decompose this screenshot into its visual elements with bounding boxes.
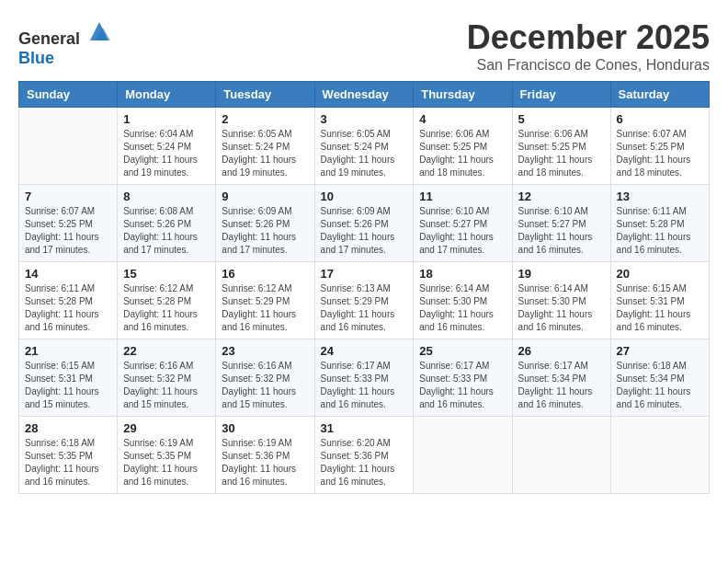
day-number: 2	[222, 112, 308, 126]
day-info: Sunrise: 6:10 AMSunset: 5:27 PMDaylight:…	[518, 205, 605, 257]
day-info: Sunrise: 6:12 AMSunset: 5:28 PMDaylight:…	[123, 282, 210, 334]
logo-text: General Blue	[18, 18, 112, 68]
calendar-day-cell: 7 Sunrise: 6:07 AMSunset: 5:25 PMDayligh…	[19, 185, 118, 262]
day-info: Sunrise: 6:14 AMSunset: 5:30 PMDaylight:…	[419, 282, 506, 334]
weekday-header: Saturday	[610, 82, 709, 108]
calendar-day-cell: 27 Sunrise: 6:18 AMSunset: 5:34 PMDaylig…	[610, 339, 709, 417]
day-info: Sunrise: 6:16 AMSunset: 5:32 PMDaylight:…	[123, 360, 210, 411]
calendar-week-row: 28 Sunrise: 6:18 AMSunset: 5:35 PMDaylig…	[19, 417, 710, 494]
day-number: 24	[321, 344, 408, 358]
logo-general: General	[18, 29, 80, 48]
day-info: Sunrise: 6:09 AMSunset: 5:26 PMDaylight:…	[222, 205, 308, 257]
day-number: 18	[419, 267, 506, 281]
day-number: 25	[419, 344, 506, 358]
calendar-day-cell: 20 Sunrise: 6:15 AMSunset: 5:31 PMDaylig…	[610, 262, 709, 339]
day-info: Sunrise: 6:18 AMSunset: 5:34 PMDaylight:…	[617, 360, 703, 411]
day-number: 6	[617, 112, 703, 126]
day-number: 20	[617, 267, 703, 281]
day-number: 16	[222, 267, 308, 281]
calendar-day-cell: 13 Sunrise: 6:11 AMSunset: 5:28 PMDaylig…	[610, 185, 709, 262]
day-number: 29	[123, 421, 210, 435]
calendar-day-cell: 24 Sunrise: 6:17 AMSunset: 5:33 PMDaylig…	[314, 339, 414, 417]
calendar-day-cell: 9 Sunrise: 6:09 AMSunset: 5:26 PMDayligh…	[216, 185, 314, 262]
day-number: 5	[518, 112, 605, 126]
day-info: Sunrise: 6:05 AMSunset: 5:24 PMDaylight:…	[321, 128, 408, 179]
day-number: 4	[419, 112, 506, 126]
calendar-week-row: 21 Sunrise: 6:15 AMSunset: 5:31 PMDaylig…	[19, 339, 710, 417]
day-info: Sunrise: 6:17 AMSunset: 5:33 PMDaylight:…	[419, 360, 506, 411]
day-number: 1	[123, 112, 210, 126]
calendar-day-cell: 5 Sunrise: 6:06 AMSunset: 5:25 PMDayligh…	[512, 108, 610, 185]
calendar-day-cell: 14 Sunrise: 6:11 AMSunset: 5:28 PMDaylig…	[19, 262, 118, 339]
day-info: Sunrise: 6:05 AMSunset: 5:24 PMDaylight:…	[222, 128, 308, 179]
day-info: Sunrise: 6:11 AMSunset: 5:28 PMDaylight:…	[25, 282, 111, 334]
calendar-day-cell: 6 Sunrise: 6:07 AMSunset: 5:25 PMDayligh…	[610, 108, 709, 185]
calendar-day-cell: 18 Sunrise: 6:14 AMSunset: 5:30 PMDaylig…	[414, 262, 512, 339]
calendar-day-cell: 2 Sunrise: 6:05 AMSunset: 5:24 PMDayligh…	[216, 108, 314, 185]
day-number: 10	[321, 190, 408, 203]
day-info: Sunrise: 6:11 AMSunset: 5:28 PMDaylight:…	[617, 205, 703, 257]
weekday-header: Friday	[512, 82, 610, 108]
day-number: 30	[222, 421, 308, 435]
day-info: Sunrise: 6:15 AMSunset: 5:31 PMDaylight:…	[617, 282, 703, 334]
day-number: 11	[419, 190, 506, 203]
logo-icon	[86, 18, 112, 44]
calendar-day-cell: 11 Sunrise: 6:10 AMSunset: 5:27 PMDaylig…	[414, 185, 512, 262]
calendar-day-cell: 25 Sunrise: 6:17 AMSunset: 5:33 PMDaylig…	[414, 339, 512, 417]
day-number: 23	[222, 344, 308, 358]
day-number: 26	[518, 344, 605, 358]
day-info: Sunrise: 6:19 AMSunset: 5:35 PMDaylight:…	[123, 437, 210, 488]
calendar-day-cell: 12 Sunrise: 6:10 AMSunset: 5:27 PMDaylig…	[512, 185, 610, 262]
title-section: December 2025 San Francisco de Cones, Ho…	[467, 18, 710, 74]
day-info: Sunrise: 6:20 AMSunset: 5:36 PMDaylight:…	[321, 437, 408, 488]
weekday-header: Wednesday	[314, 82, 414, 108]
day-info: Sunrise: 6:16 AMSunset: 5:32 PMDaylight:…	[222, 360, 308, 411]
day-info: Sunrise: 6:07 AMSunset: 5:25 PMDaylight:…	[617, 128, 703, 179]
day-number: 21	[25, 344, 111, 358]
calendar-table: SundayMondayTuesdayWednesdayThursdayFrid…	[18, 81, 710, 494]
day-number: 27	[617, 344, 703, 358]
calendar-week-row: 7 Sunrise: 6:07 AMSunset: 5:25 PMDayligh…	[19, 185, 710, 262]
weekday-header: Sunday	[19, 82, 118, 108]
calendar-day-cell: 19 Sunrise: 6:14 AMSunset: 5:30 PMDaylig…	[512, 262, 610, 339]
calendar-header-row: SundayMondayTuesdayWednesdayThursdayFrid…	[19, 82, 710, 108]
day-number: 14	[25, 267, 111, 281]
calendar-day-cell: 10 Sunrise: 6:09 AMSunset: 5:26 PMDaylig…	[314, 185, 414, 262]
calendar-day-cell: 23 Sunrise: 6:16 AMSunset: 5:32 PMDaylig…	[216, 339, 314, 417]
calendar-day-cell	[19, 108, 118, 185]
weekday-header: Tuesday	[216, 82, 314, 108]
day-number: 3	[321, 112, 408, 126]
logo-blue: Blue	[18, 49, 54, 67]
calendar-day-cell: 22 Sunrise: 6:16 AMSunset: 5:32 PMDaylig…	[118, 339, 216, 417]
page-header: General Blue December 2025 San Francisco…	[18, 18, 710, 74]
day-number: 17	[321, 267, 408, 281]
day-number: 28	[25, 421, 111, 435]
calendar-day-cell: 28 Sunrise: 6:18 AMSunset: 5:35 PMDaylig…	[19, 417, 118, 494]
day-number: 12	[518, 190, 605, 203]
day-number: 22	[123, 344, 210, 358]
day-info: Sunrise: 6:09 AMSunset: 5:26 PMDaylight:…	[321, 205, 408, 257]
day-info: Sunrise: 6:12 AMSunset: 5:29 PMDaylight:…	[222, 282, 308, 334]
day-info: Sunrise: 6:10 AMSunset: 5:27 PMDaylight:…	[419, 205, 506, 257]
day-number: 8	[123, 190, 210, 203]
day-number: 9	[222, 190, 308, 203]
day-number: 13	[617, 190, 703, 203]
day-info: Sunrise: 6:14 AMSunset: 5:30 PMDaylight:…	[518, 282, 605, 334]
calendar-day-cell: 17 Sunrise: 6:13 AMSunset: 5:29 PMDaylig…	[314, 262, 414, 339]
weekday-header: Monday	[118, 82, 216, 108]
calendar-day-cell: 4 Sunrise: 6:06 AMSunset: 5:25 PMDayligh…	[414, 108, 512, 185]
calendar-day-cell: 8 Sunrise: 6:08 AMSunset: 5:26 PMDayligh…	[118, 185, 216, 262]
calendar-day-cell: 29 Sunrise: 6:19 AMSunset: 5:35 PMDaylig…	[118, 417, 216, 494]
weekday-header: Thursday	[414, 82, 512, 108]
calendar-day-cell: 3 Sunrise: 6:05 AMSunset: 5:24 PMDayligh…	[314, 108, 414, 185]
day-info: Sunrise: 6:15 AMSunset: 5:31 PMDaylight:…	[25, 360, 111, 411]
calendar-day-cell: 30 Sunrise: 6:19 AMSunset: 5:36 PMDaylig…	[216, 417, 314, 494]
calendar-day-cell: 16 Sunrise: 6:12 AMSunset: 5:29 PMDaylig…	[216, 262, 314, 339]
day-info: Sunrise: 6:17 AMSunset: 5:34 PMDaylight:…	[518, 360, 605, 411]
day-number: 15	[123, 267, 210, 281]
day-info: Sunrise: 6:17 AMSunset: 5:33 PMDaylight:…	[321, 360, 408, 411]
day-number: 7	[25, 190, 111, 203]
day-info: Sunrise: 6:18 AMSunset: 5:35 PMDaylight:…	[25, 437, 111, 488]
location-title: San Francisco de Cones, Honduras	[467, 57, 710, 74]
calendar-day-cell: 15 Sunrise: 6:12 AMSunset: 5:28 PMDaylig…	[118, 262, 216, 339]
